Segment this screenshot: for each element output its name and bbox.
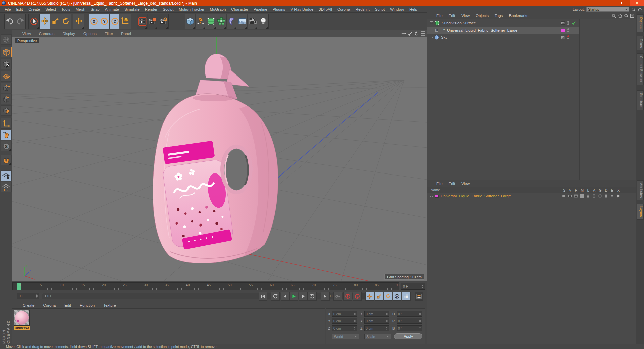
material-menu-item[interactable]: Create (18, 303, 39, 307)
camera-view-label[interactable]: Perspective (15, 38, 39, 43)
layer-name[interactable]: Universal_Liquid_Fabric_Softener_Large (441, 194, 511, 198)
menu-item[interactable]: Help (407, 7, 420, 11)
key-scale-button[interactable] (375, 292, 383, 301)
tab-attributes[interactable]: Attributes (637, 180, 644, 200)
polygons-mode-button[interactable] (1, 105, 12, 116)
menu-item[interactable]: Plugins (270, 7, 288, 11)
rotate-view-icon[interactable] (414, 31, 419, 36)
layer-manager-menu-item[interactable]: Edit (446, 182, 459, 186)
timeline-window-button[interactable] (415, 292, 423, 301)
object-row-sky[interactable]: Sky (427, 34, 579, 41)
viewport-menu-grip[interactable] (13, 31, 17, 36)
render-visibility-dot[interactable] (567, 31, 569, 32)
layer-color-swatch[interactable] (435, 195, 439, 198)
environment-floor-button[interactable] (237, 14, 248, 29)
layout-select[interactable]: Startup (586, 7, 629, 12)
camera-button[interactable] (248, 14, 258, 29)
menu-item[interactable]: Character (228, 7, 251, 11)
tab-objects[interactable]: Objects (637, 14, 644, 32)
palette-grip[interactable] (1, 31, 11, 34)
visibility-dots[interactable] (567, 21, 569, 25)
close-button[interactable]: ✕ (630, 0, 644, 6)
titlebar[interactable]: CINEMA 4D R17.055 Studio (R17) - [Univer… (0, 0, 644, 6)
move-tool-button[interactable] (40, 14, 50, 29)
live-selection-button[interactable] (29, 14, 39, 29)
home-icon[interactable] (637, 7, 642, 12)
size-x-field[interactable]: 0 cm (364, 311, 389, 317)
previous-frame-button[interactable] (281, 292, 290, 301)
lock-workplane-button[interactable] (1, 170, 12, 181)
coordinates-grip[interactable] (327, 303, 331, 308)
key-rotation-button[interactable] (384, 292, 392, 301)
tab-content-browser[interactable]: Content Browser (637, 53, 644, 85)
deformer-button[interactable] (227, 14, 237, 29)
pos-z-field[interactable]: 0 cm (332, 325, 357, 331)
viewport-menu-item[interactable]: Panel (117, 32, 135, 36)
size-z-field[interactable]: 0 cm (364, 325, 389, 331)
minimize-button[interactable] (601, 0, 615, 6)
editor-visibility-dot-off[interactable] (567, 35, 569, 37)
enabled-check-icon[interactable] (572, 21, 576, 25)
goto-start-button[interactable] (259, 292, 267, 301)
rot-p-field[interactable]: 0 ° (397, 318, 422, 324)
model-mode-button[interactable] (1, 47, 12, 57)
render-visibility-dot[interactable] (567, 23, 569, 25)
animation-toggle[interactable] (591, 193, 597, 199)
scale-tool-button[interactable] (50, 14, 60, 29)
play-backward-button[interactable] (271, 292, 280, 301)
layer-manager-grip[interactable] (428, 182, 432, 186)
autokey-button[interactable] (343, 292, 352, 301)
tab-structure[interactable]: Structure (637, 90, 644, 110)
menu-item[interactable]: Create (25, 7, 43, 11)
tab-layers[interactable]: Layers (637, 204, 644, 220)
layer-manager-menu-item[interactable]: File (433, 182, 446, 186)
timeline-ruler[interactable]: 051015202530354045505560657075808590 (12, 282, 399, 290)
view-toggle[interactable] (567, 193, 573, 199)
material-menu-item[interactable]: Edit (60, 303, 75, 307)
make-editable-button[interactable] (1, 34, 12, 45)
tab-takes[interactable]: Takes (637, 36, 644, 50)
editor-visibility-dot[interactable] (567, 28, 569, 30)
material-item[interactable]: Universa (14, 310, 30, 330)
layer-manager-menu-item[interactable]: View (458, 182, 473, 186)
object-row-softener-selected[interactable]: + 0 Universal_Liquid_Fabric_Softener_Lar… (427, 27, 579, 34)
ruler-grip[interactable] (13, 283, 16, 290)
lock-toggle[interactable] (585, 193, 591, 199)
menu-item[interactable]: Pipeline (251, 7, 270, 11)
deformers-toggle[interactable] (603, 193, 609, 199)
manager-toggle[interactable] (579, 193, 585, 199)
render-toggle[interactable] (573, 193, 579, 199)
object-manager-menu-item[interactable]: Bookmarks (506, 14, 531, 18)
material-menu-item[interactable]: Texture (99, 303, 120, 307)
array-generator-button[interactable] (216, 14, 227, 29)
layer-swatch-magenta[interactable] (561, 29, 565, 32)
viewport-canvas[interactable]: y x z (12, 37, 427, 281)
frame-stepper[interactable] (421, 285, 423, 288)
goto-end-button[interactable] (321, 292, 330, 301)
menu-item[interactable]: Animate (102, 7, 122, 11)
pos-y-field[interactable]: 0 cm (332, 318, 357, 324)
maximize-button[interactable] (615, 0, 630, 6)
coordinate-system-button[interactable] (119, 14, 131, 29)
tweak-mode-button[interactable] (1, 130, 12, 140)
keying-help-button[interactable]: ? (353, 292, 362, 301)
object-manager-menu-item[interactable]: File (433, 14, 446, 18)
expand-icon[interactable]: + (435, 29, 438, 32)
viewport-menu-item[interactable]: View (18, 32, 35, 36)
viewport-menu-item[interactable]: Filter (101, 32, 117, 36)
menu-item[interactable]: Snap (88, 7, 102, 11)
perspective-viewport[interactable]: ViewCamerasDisplayOptionsFilterPanel (12, 30, 427, 281)
x-axis-lock-button[interactable]: X (89, 14, 99, 29)
generators-toggle[interactable] (597, 193, 603, 199)
visibility-dots[interactable] (567, 35, 569, 39)
pan-view-icon[interactable] (401, 31, 407, 36)
menu-item[interactable]: Redshift (353, 7, 372, 11)
toggle-views-icon[interactable] (420, 31, 426, 36)
play-button[interactable] (289, 292, 298, 301)
spline-pen-button[interactable] (196, 14, 206, 29)
key-parameter-button[interactable]: P (393, 292, 401, 301)
search-icon[interactable] (631, 7, 636, 12)
enable-axis-button[interactable] (1, 118, 12, 129)
range-start-field[interactable]: 0 F (17, 293, 39, 299)
render-region-button[interactable] (148, 14, 158, 29)
